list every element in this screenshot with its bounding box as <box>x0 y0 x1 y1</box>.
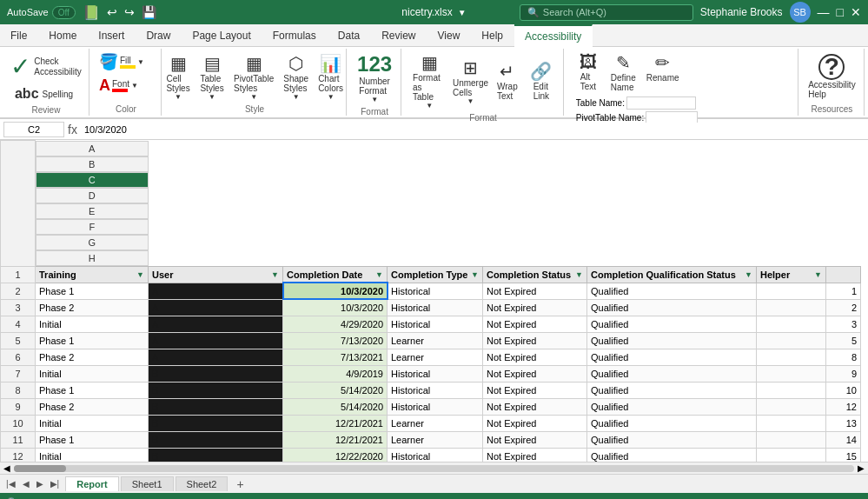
cell-e-12[interactable]: Not Expired <box>483 448 587 462</box>
cell-d-3[interactable]: Historical <box>388 299 483 316</box>
cell-g-3[interactable] <box>757 299 826 316</box>
cell-b-10[interactable]: B <box>149 415 283 431</box>
col-header-e[interactable]: E <box>36 203 149 219</box>
cell-h-12[interactable]: 15 <box>826 448 861 462</box>
cell-b-11[interactable]: B <box>149 431 283 448</box>
redo-icon[interactable]: ↪ <box>124 5 135 19</box>
cell-b-9[interactable]: B <box>149 398 283 415</box>
sheet-tab-sheet1[interactable]: Sheet1 <box>121 476 174 491</box>
cell-g-4[interactable] <box>757 316 826 332</box>
minimize-icon[interactable]: — <box>818 5 830 19</box>
chart-colors-btn[interactable]: 📊 ChartColors ▼ <box>315 51 347 103</box>
col-header-a[interactable]: A <box>36 141 149 156</box>
close-icon[interactable]: ✕ <box>851 5 861 19</box>
table-wrapper[interactable]: A B C D E F G H 1 Training ▼ <box>0 140 868 462</box>
rename-btn[interactable]: ✏ Rename <box>643 50 683 84</box>
cell-f-2[interactable]: Qualified <box>587 283 757 299</box>
col-header-f[interactable]: F <box>36 219 149 235</box>
edit-link-btn[interactable]: 🔗 EditLink <box>526 59 557 103</box>
name-box[interactable] <box>3 122 64 137</box>
cell-d-8[interactable]: Historical <box>388 382 483 398</box>
font-color-dropdown[interactable]: ▼ <box>131 82 138 90</box>
cell-e-6[interactable]: Not Expired <box>483 349 587 365</box>
cell-h-2[interactable]: 1 <box>826 283 861 299</box>
row-num-8[interactable]: 8 <box>1 382 36 398</box>
cell-e-10[interactable]: Not Expired <box>483 415 587 431</box>
cell-d-6[interactable]: Learner <box>388 349 483 365</box>
spelling-btn[interactable]: abc Spelling <box>11 84 81 103</box>
undo-icon[interactable]: ↩ <box>107 5 117 19</box>
search-bar[interactable]: 🔍 <box>520 4 693 21</box>
title-dropdown-icon[interactable]: ▼ <box>458 8 467 17</box>
cell-f-3[interactable]: Qualified <box>587 299 757 316</box>
maximize-icon[interactable]: □ <box>837 5 844 19</box>
shape-styles-btn[interactable]: ⬡ ShapeStyles ▼ <box>280 51 312 103</box>
cell-e-2[interactable]: Not Expired <box>483 283 587 299</box>
number-format-btn[interactable]: 123 NumberFormat ▼ <box>354 50 395 105</box>
cell-g-6[interactable] <box>757 349 826 365</box>
cell-b-4[interactable]: A <box>149 316 283 332</box>
cell-a-2[interactable]: Phase 1 <box>36 283 149 299</box>
cell-g-2[interactable] <box>757 283 826 299</box>
filter-icon-c[interactable]: ▼ <box>375 270 383 279</box>
cell-h-3[interactable]: 2 <box>826 299 861 316</box>
sheet-tab-report[interactable]: Report <box>65 476 118 491</box>
tab-help[interactable]: Help <box>471 24 514 46</box>
fill-color-dropdown[interactable]: ▼ <box>137 58 144 66</box>
cell-h-10[interactable]: 13 <box>826 415 861 431</box>
col-header-b[interactable]: B <box>36 156 149 172</box>
cell-c-8[interactable]: 5/14/2020 <box>283 382 388 398</box>
row-num-11[interactable]: 11 <box>1 431 36 448</box>
cell-h-11[interactable]: 14 <box>826 431 861 448</box>
cell-h-4[interactable]: 3 <box>826 316 861 332</box>
cell-f-10[interactable]: Qualified <box>587 415 757 431</box>
cell-f-9[interactable]: Qualified <box>587 398 757 415</box>
cell-a-5[interactable]: Phase 1 <box>36 332 149 349</box>
cell-e-7[interactable]: Not Expired <box>483 365 587 382</box>
col-header-h[interactable]: H <box>36 250 149 266</box>
tab-home[interactable]: Home <box>38 24 88 46</box>
cell-c-10[interactable]: 12/21/2021 <box>283 415 388 431</box>
cell-b-3[interactable]: A <box>149 299 283 316</box>
cell-f-12[interactable]: Qualified <box>587 448 757 462</box>
sheet-nav-last[interactable]: ▶| <box>48 478 63 489</box>
cell-d-10[interactable]: Learner <box>388 415 483 431</box>
sheet-tab-sheet2[interactable]: Sheet2 <box>176 476 229 491</box>
filter-icon-g[interactable]: ▼ <box>814 270 822 279</box>
cell-g-11[interactable] <box>757 431 826 448</box>
cell-a-8[interactable]: Phase 1 <box>36 382 149 398</box>
font-color-btn[interactable]: A Font ▼ <box>96 75 156 96</box>
pivot-styles-btn[interactable]: ▦ PivotTableStyles ▼ <box>230 51 277 103</box>
scroll-left-icon[interactable]: ◀ <box>3 463 10 473</box>
cell-f-4[interactable]: Qualified <box>587 316 757 332</box>
table-name-input[interactable] <box>626 96 696 110</box>
cell-e-9[interactable]: Not Expired <box>483 398 587 415</box>
filter-icon-d[interactable]: ▼ <box>471 270 479 279</box>
cell-h-9[interactable]: 12 <box>826 398 861 415</box>
tab-file[interactable]: File <box>0 24 38 46</box>
tab-review[interactable]: Review <box>371 24 427 46</box>
cell-g-10[interactable] <box>757 415 826 431</box>
cell-c-6[interactable]: 7/13/2021 <box>283 349 388 365</box>
cell-g-8[interactable] <box>757 382 826 398</box>
define-name-btn[interactable]: ✎ DefineName <box>607 50 639 94</box>
cell-h-8[interactable]: 10 <box>826 382 861 398</box>
row-num-10[interactable]: 10 <box>1 415 36 431</box>
cell-d-12[interactable]: Historical <box>388 448 483 462</box>
cell-d-11[interactable]: Learner <box>388 431 483 448</box>
sheet-tab-add[interactable]: + <box>229 476 250 493</box>
row-num-1[interactable]: 1 <box>1 266 36 283</box>
accessibility-help-btn[interactable]: ? AccessibilityHelp <box>805 52 858 101</box>
cell-e-8[interactable]: Not Expired <box>483 382 587 398</box>
cell-b-12[interactable]: B <box>149 448 283 462</box>
cell-a-3[interactable]: Phase 2 <box>36 299 149 316</box>
autosave-toggle[interactable]: AutoSave Off <box>7 6 76 19</box>
cell-f-6[interactable]: Qualified <box>587 349 757 365</box>
format-as-table-btn[interactable]: ▦ Format asTable ▼ <box>409 50 449 111</box>
tab-accessibility[interactable]: Accessibility <box>514 24 593 47</box>
cell-c-11[interactable]: 12/21/2021 <box>283 431 388 448</box>
cell-c-2[interactable]: 10/3/2020 <box>283 283 388 299</box>
filter-icon-b[interactable]: ▼ <box>271 270 279 279</box>
row-num-5[interactable]: 5 <box>1 332 36 349</box>
row-num-4[interactable]: 4 <box>1 316 36 332</box>
